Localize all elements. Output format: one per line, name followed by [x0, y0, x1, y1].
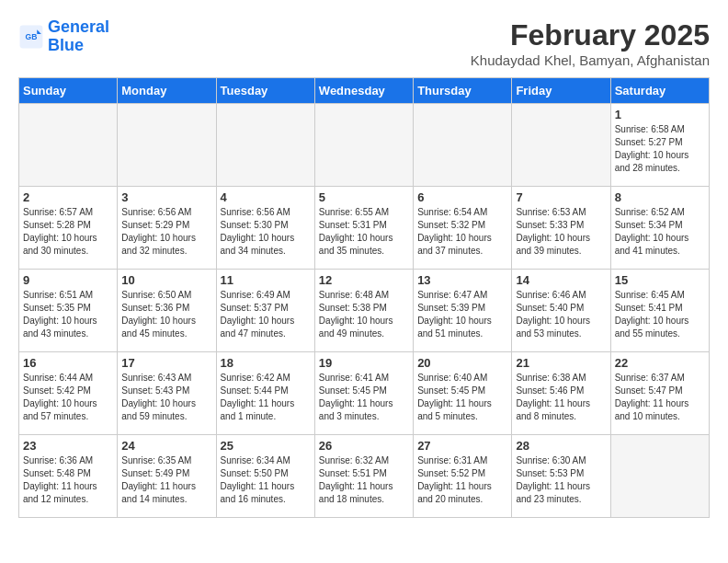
day-number: 25: [221, 439, 311, 453]
logo-line1: General: [48, 17, 109, 36]
calendar-cell: [610, 435, 709, 518]
day-info: Sunrise: 6:36 AM Sunset: 5:48 PM Dayligh…: [23, 454, 113, 506]
day-number: 26: [319, 439, 409, 453]
calendar-cell: 6Sunrise: 6:54 AM Sunset: 5:32 PM Daylig…: [414, 187, 512, 270]
weekday-header: Wednesday: [314, 78, 413, 104]
day-info: Sunrise: 6:30 AM Sunset: 5:53 PM Dayligh…: [516, 454, 606, 506]
day-number: 4: [221, 190, 311, 204]
calendar-body: 1Sunrise: 6:58 AM Sunset: 5:27 PM Daylig…: [19, 104, 710, 518]
location: Khudaydad Khel, Bamyan, Afghanistan: [471, 52, 710, 68]
weekday-header: Tuesday: [216, 78, 314, 104]
day-info: Sunrise: 6:57 AM Sunset: 5:28 PM Dayligh…: [23, 206, 113, 258]
day-info: Sunrise: 6:37 AM Sunset: 5:47 PM Dayligh…: [615, 372, 705, 423]
day-info: Sunrise: 6:34 AM Sunset: 5:50 PM Dayligh…: [221, 454, 311, 506]
calendar-table: SundayMondayTuesdayWednesdayThursdayFrid…: [18, 77, 710, 518]
day-number: 9: [23, 273, 113, 287]
calendar-cell: [512, 104, 610, 187]
calendar-cell: 23Sunrise: 6:36 AM Sunset: 5:48 PM Dayli…: [19, 435, 118, 518]
calendar-header-row: SundayMondayTuesdayWednesdayThursdayFrid…: [19, 78, 710, 104]
day-info: Sunrise: 6:45 AM Sunset: 5:41 PM Dayligh…: [615, 289, 705, 340]
calendar-cell: 18Sunrise: 6:42 AM Sunset: 5:44 PM Dayli…: [216, 352, 314, 435]
calendar-cell: 1Sunrise: 6:58 AM Sunset: 5:27 PM Daylig…: [610, 104, 709, 187]
day-info: Sunrise: 6:52 AM Sunset: 5:34 PM Dayligh…: [615, 206, 705, 258]
calendar-cell: [19, 104, 118, 187]
day-number: 27: [417, 439, 507, 453]
calendar-cell: 26Sunrise: 6:32 AM Sunset: 5:51 PM Dayli…: [314, 435, 413, 518]
day-number: 14: [516, 273, 606, 287]
day-info: Sunrise: 6:50 AM Sunset: 5:36 PM Dayligh…: [121, 289, 211, 340]
day-number: 12: [319, 273, 409, 287]
day-info: Sunrise: 6:41 AM Sunset: 5:45 PM Dayligh…: [319, 372, 409, 423]
title-block: February 2025 Khudaydad Khel, Bamyan, Af…: [471, 18, 710, 68]
calendar-cell: 27Sunrise: 6:31 AM Sunset: 5:52 PM Dayli…: [414, 435, 512, 518]
calendar-week-row: 16Sunrise: 6:44 AM Sunset: 5:42 PM Dayli…: [19, 352, 710, 435]
day-info: Sunrise: 6:44 AM Sunset: 5:42 PM Dayligh…: [23, 372, 113, 423]
day-number: 6: [417, 190, 507, 204]
day-number: 5: [319, 190, 409, 204]
day-info: Sunrise: 6:43 AM Sunset: 5:43 PM Dayligh…: [121, 372, 211, 423]
calendar-cell: 13Sunrise: 6:47 AM Sunset: 5:39 PM Dayli…: [414, 270, 512, 352]
calendar-cell: 28Sunrise: 6:30 AM Sunset: 5:53 PM Dayli…: [512, 435, 610, 518]
day-number: 28: [516, 439, 606, 453]
calendar-cell: 25Sunrise: 6:34 AM Sunset: 5:50 PM Dayli…: [216, 435, 314, 518]
svg-text:GB: GB: [26, 32, 38, 41]
day-number: 11: [221, 273, 311, 287]
calendar-cell: 15Sunrise: 6:45 AM Sunset: 5:41 PM Dayli…: [610, 270, 709, 352]
logo: GB General Blue: [18, 18, 109, 55]
calendar-week-row: 1Sunrise: 6:58 AM Sunset: 5:27 PM Daylig…: [19, 104, 710, 187]
logo-icon: GB: [18, 24, 44, 50]
day-info: Sunrise: 6:48 AM Sunset: 5:38 PM Dayligh…: [319, 289, 409, 340]
header: GB General Blue February 2025 Khudaydad …: [18, 18, 710, 68]
calendar-cell: [216, 104, 314, 187]
calendar-cell: [314, 104, 413, 187]
calendar-cell: 17Sunrise: 6:43 AM Sunset: 5:43 PM Dayli…: [118, 352, 216, 435]
day-info: Sunrise: 6:40 AM Sunset: 5:45 PM Dayligh…: [417, 372, 507, 423]
day-info: Sunrise: 6:49 AM Sunset: 5:37 PM Dayligh…: [221, 289, 311, 340]
day-info: Sunrise: 6:53 AM Sunset: 5:33 PM Dayligh…: [516, 206, 606, 258]
day-info: Sunrise: 6:58 AM Sunset: 5:27 PM Dayligh…: [615, 123, 705, 175]
day-info: Sunrise: 6:35 AM Sunset: 5:49 PM Dayligh…: [121, 454, 211, 506]
calendar-cell: 16Sunrise: 6:44 AM Sunset: 5:42 PM Dayli…: [19, 352, 118, 435]
day-number: 17: [121, 356, 211, 370]
day-number: 3: [121, 190, 211, 204]
calendar-cell: [118, 104, 216, 187]
day-info: Sunrise: 6:51 AM Sunset: 5:35 PM Dayligh…: [23, 289, 113, 340]
day-number: 2: [23, 190, 113, 204]
day-info: Sunrise: 6:56 AM Sunset: 5:30 PM Dayligh…: [221, 206, 311, 258]
weekday-header: Monday: [118, 78, 216, 104]
day-number: 7: [516, 190, 606, 204]
day-info: Sunrise: 6:42 AM Sunset: 5:44 PM Dayligh…: [221, 372, 311, 423]
day-number: 18: [221, 356, 311, 370]
day-info: Sunrise: 6:47 AM Sunset: 5:39 PM Dayligh…: [417, 289, 507, 340]
calendar-cell: 22Sunrise: 6:37 AM Sunset: 5:47 PM Dayli…: [610, 352, 709, 435]
calendar-cell: 11Sunrise: 6:49 AM Sunset: 5:37 PM Dayli…: [216, 270, 314, 352]
weekday-header: Friday: [512, 78, 610, 104]
day-number: 10: [121, 273, 211, 287]
weekday-header: Sunday: [19, 78, 118, 104]
calendar-cell: 19Sunrise: 6:41 AM Sunset: 5:45 PM Dayli…: [314, 352, 413, 435]
calendar-cell: [414, 104, 512, 187]
day-info: Sunrise: 6:56 AM Sunset: 5:29 PM Dayligh…: [121, 206, 211, 258]
calendar-week-row: 2Sunrise: 6:57 AM Sunset: 5:28 PM Daylig…: [19, 187, 710, 270]
day-number: 16: [23, 356, 113, 370]
day-number: 21: [516, 356, 606, 370]
day-info: Sunrise: 6:32 AM Sunset: 5:51 PM Dayligh…: [319, 454, 409, 506]
day-number: 20: [417, 356, 507, 370]
calendar-cell: 21Sunrise: 6:38 AM Sunset: 5:46 PM Dayli…: [512, 352, 610, 435]
day-number: 24: [121, 439, 211, 453]
calendar-cell: 7Sunrise: 6:53 AM Sunset: 5:33 PM Daylig…: [512, 187, 610, 270]
day-info: Sunrise: 6:46 AM Sunset: 5:40 PM Dayligh…: [516, 289, 606, 340]
day-info: Sunrise: 6:55 AM Sunset: 5:31 PM Dayligh…: [319, 206, 409, 258]
calendar-cell: 24Sunrise: 6:35 AM Sunset: 5:49 PM Dayli…: [118, 435, 216, 518]
calendar-cell: 9Sunrise: 6:51 AM Sunset: 5:35 PM Daylig…: [19, 270, 118, 352]
day-info: Sunrise: 6:54 AM Sunset: 5:32 PM Dayligh…: [417, 206, 507, 258]
weekday-header: Saturday: [610, 78, 709, 104]
weekday-header: Thursday: [414, 78, 512, 104]
calendar-cell: 8Sunrise: 6:52 AM Sunset: 5:34 PM Daylig…: [610, 187, 709, 270]
day-number: 23: [23, 439, 113, 453]
logo-line2: Blue: [48, 36, 84, 54]
calendar-cell: 4Sunrise: 6:56 AM Sunset: 5:30 PM Daylig…: [216, 187, 314, 270]
day-number: 8: [615, 190, 705, 204]
day-number: 13: [417, 273, 507, 287]
calendar-cell: 12Sunrise: 6:48 AM Sunset: 5:38 PM Dayli…: [314, 270, 413, 352]
